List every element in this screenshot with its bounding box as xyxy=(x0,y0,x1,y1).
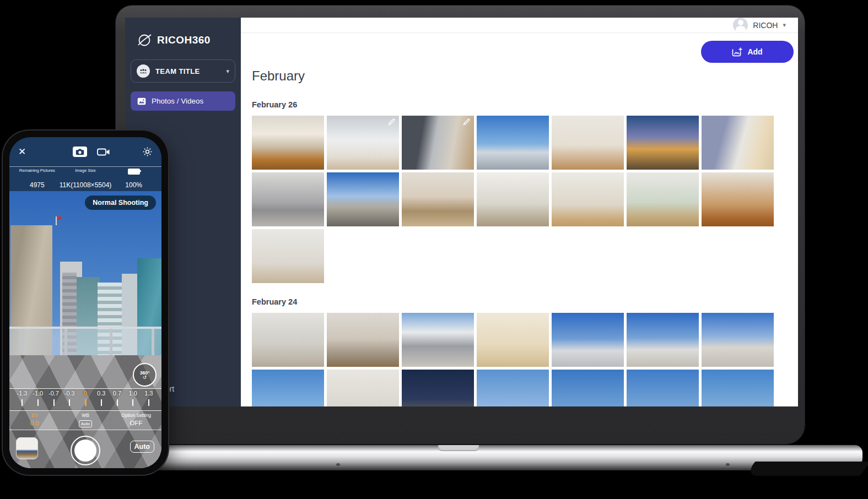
laptop-base-shadow xyxy=(744,462,868,476)
photo-thumbnail-living-room-chandelier[interactable] xyxy=(252,116,324,170)
photo-thumbnail-white-closet-room[interactable] xyxy=(252,229,324,283)
ev-tick xyxy=(62,398,77,408)
ricoh360-logo-icon xyxy=(137,33,152,47)
marketing-composition: RICOH360 TEAM TITLE ▾ xyxy=(0,0,868,499)
ev-value--0.7[interactable]: -0.7 xyxy=(47,390,61,397)
ev-tick xyxy=(126,398,140,408)
ev-value-1.0[interactable]: 1.0 xyxy=(126,390,140,397)
edit-pencil-icon[interactable] xyxy=(388,118,395,126)
last-photo-thumbnail[interactable] xyxy=(16,437,38,459)
photo-thumbnail-sky-clouds-b[interactable] xyxy=(477,370,549,406)
photo-thumbnail-aerial-city-panorama[interactable] xyxy=(327,172,399,226)
camera-viewfinder: Normal Shooting 360° ↺ -1.3-1.0-0.7-0.30… xyxy=(9,191,161,468)
photo-thumbnail-loft-gray-couch[interactable] xyxy=(252,172,324,226)
team-selector-label: TEAM TITLE xyxy=(155,67,220,75)
photo-thumbnail-white-staircase-hall[interactable] xyxy=(552,172,624,226)
shutter-button[interactable] xyxy=(71,436,100,465)
camera-setting-option-setting[interactable]: Option SettingOFF xyxy=(111,413,161,427)
photo-thumbnail-rooftop-checkered-floor[interactable] xyxy=(702,313,774,367)
account-avatar[interactable] xyxy=(733,18,748,32)
photo-thumbnail-sky-buildings[interactable] xyxy=(627,370,699,406)
photo-thumbnail-sky-over-city[interactable] xyxy=(552,370,624,406)
ev-value--0.3[interactable]: -0.3 xyxy=(62,390,77,397)
photo-thumbnail-night-city-lights[interactable] xyxy=(402,370,474,406)
photo-thumbnail-patio-doorway-trees[interactable] xyxy=(627,172,699,226)
add-button-label: Add xyxy=(747,47,762,56)
photo-thumbnail-sky-clear[interactable] xyxy=(702,370,774,406)
section-date-label: February 26 xyxy=(252,100,798,109)
photo-grid xyxy=(252,116,774,283)
ev-tick xyxy=(31,398,45,408)
ev-value-0.7[interactable]: 0.7 xyxy=(110,390,125,397)
photo-thumbnail-white-interior-spiral-stair[interactable] xyxy=(327,116,399,170)
top-header: RICOH ▾ xyxy=(241,18,798,33)
settings-gear-icon[interactable] xyxy=(142,147,153,157)
camera-bottom-bar: Auto xyxy=(9,430,161,468)
close-icon[interactable]: ✕ xyxy=(18,146,26,158)
ev-scale[interactable]: -1.3-1.0-0.7-0.300.30.71.01.3 xyxy=(9,388,161,411)
camera-setting-ev[interactable]: EV0.0 xyxy=(9,413,60,427)
photo-thumbnail-bathroom-glass-shower[interactable] xyxy=(702,116,774,170)
remaining-pictures-label: Remaining Pictures xyxy=(19,168,55,173)
sidebar-item-label: Photos / Videos xyxy=(152,97,203,105)
add-button[interactable]: Add xyxy=(701,41,794,63)
photo-thumbnail-white-hallway[interactable] xyxy=(252,313,324,367)
laptop-base-screw xyxy=(726,463,730,466)
ev-tick xyxy=(78,398,93,408)
phone-device: ✕ xyxy=(3,131,168,475)
photo-thumbnail-living-room-red-pillow[interactable] xyxy=(327,313,399,367)
ev-value--1.0[interactable]: -1.0 xyxy=(31,390,45,397)
ev-scale-values: -1.3-1.0-0.7-0.300.30.71.01.3 xyxy=(9,388,161,397)
ev-tick xyxy=(94,398,109,408)
view-360-button[interactable]: 360° ↺ xyxy=(133,363,157,387)
photo-thumbnail-cream-bathroom[interactable] xyxy=(477,313,549,367)
terrace-railing xyxy=(9,327,161,359)
edit-pencil-icon[interactable] xyxy=(463,118,470,126)
sidebar-item-photos-videos[interactable]: Photos / Videos xyxy=(131,91,235,111)
ev-tick xyxy=(110,398,125,408)
photo-thumbnail-bedroom-arched-ceiling[interactable] xyxy=(552,116,624,170)
battery-icon xyxy=(128,169,140,175)
team-icon xyxy=(137,64,150,78)
photo-thumbnail-rooftop-equipment[interactable] xyxy=(402,313,474,367)
section-date-label: February 24 xyxy=(252,297,798,306)
rotate-arrows-icon: ↺ xyxy=(143,375,147,379)
add-photo-icon xyxy=(732,47,742,57)
photo-thumbnail-warm-wood-kitchen[interactable] xyxy=(702,172,774,226)
ev-value-0.3[interactable]: 0.3 xyxy=(94,390,109,397)
auto-mode-button[interactable]: Auto xyxy=(130,441,154,453)
ev-value-0[interactable]: 0 xyxy=(78,390,93,397)
camera-status-bar: Remaining Pictures 4975 Image Size 11K(1… xyxy=(9,167,161,191)
photo-thumbnail-chicago-bean-dusk[interactable] xyxy=(627,116,699,170)
laptop-base-screw xyxy=(336,463,340,466)
ricoh360-web-app: RICOH360 TEAM TITLE ▾ xyxy=(125,18,798,406)
camera-settings-row: EV0.0WBAutoOption SettingOFF xyxy=(9,413,161,427)
app-logo: RICOH360 xyxy=(125,18,241,47)
ev-tick xyxy=(15,398,29,408)
photo-grid xyxy=(252,313,774,406)
laptop-screen: RICOH360 TEAM TITLE ▾ xyxy=(125,18,798,406)
photo-thumbnail-white-hall-plants[interactable] xyxy=(477,172,549,226)
photo-thumbnail-white-arched-interior[interactable] xyxy=(327,370,399,406)
laptop-device: RICOH360 TEAM TITLE ▾ xyxy=(116,6,805,444)
team-selector[interactable]: TEAM TITLE ▾ xyxy=(131,59,235,83)
photo-thumbnail-rooftop-skyline-a[interactable] xyxy=(552,313,624,367)
photo-thumbnail-spiral-stair-kitchen[interactable] xyxy=(402,172,474,226)
setting-value: 0.0 xyxy=(9,420,60,426)
camera-setting-wb[interactable]: WBAuto xyxy=(60,413,111,427)
photo-thumbnail-rooftop-terrace-skyline[interactable] xyxy=(477,116,549,170)
video-mode-icon[interactable] xyxy=(97,148,110,156)
ev-tick xyxy=(142,398,156,408)
ev-value-1.3[interactable]: 1.3 xyxy=(142,390,156,397)
photo-mode-icon[interactable] xyxy=(73,147,87,157)
remaining-pictures-value: 4975 xyxy=(30,181,45,189)
account-name: RICOH xyxy=(753,21,778,30)
ev-value--1.3[interactable]: -1.3 xyxy=(15,390,29,397)
account-chevron-down-icon[interactable]: ▾ xyxy=(783,21,786,29)
photo-thumbnail-sky-clouds[interactable] xyxy=(252,370,324,406)
setting-label: EV xyxy=(9,413,60,418)
shooting-mode-badge: Normal Shooting xyxy=(85,196,156,210)
photo-thumbnail-dark-kitchen-loft[interactable] xyxy=(402,116,474,170)
photo-thumbnail-rooftop-skyline-b[interactable] xyxy=(627,313,699,367)
ev-tick xyxy=(47,398,61,408)
